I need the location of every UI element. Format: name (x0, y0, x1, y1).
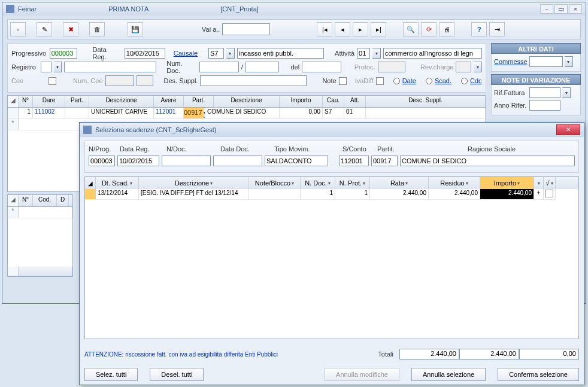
col-desc-d[interactable]: Descrizione (89, 96, 154, 107)
col-part-a[interactable]: Part. (184, 96, 214, 107)
edit-button[interactable]: ✎ (37, 22, 52, 36)
plus-button[interactable]: + (534, 189, 544, 200)
conferma-selezione-button[interactable]: Conferma selezione (498, 368, 579, 381)
col-descr[interactable]: Descrizione▾ (139, 177, 249, 189)
causale-link[interactable]: Causale (174, 50, 198, 57)
col-avere[interactable]: Avere (154, 96, 184, 107)
datadoc-label: Data Doc. (220, 145, 272, 153)
delete-button[interactable]: ✖ (63, 22, 78, 36)
header-form: Progressivo Data Reg. Causale ▾ Attività… (7, 43, 486, 93)
commesse-field[interactable] (529, 56, 563, 67)
dialog-close-button[interactable]: ✕ (556, 124, 580, 135)
datareg-field[interactable] (117, 156, 159, 166)
date-radio[interactable] (393, 78, 400, 84)
ragsoc-field[interactable] (400, 156, 575, 166)
col-nprot[interactable]: N. Prot.▾ (335, 177, 370, 189)
causale-dropdown[interactable]: ▾ (226, 48, 235, 59)
col-att[interactable]: Att. (344, 96, 366, 107)
exit-button[interactable]: ⇥ (489, 22, 505, 36)
col-residuo[interactable]: Residuo▾ (429, 177, 480, 189)
num-doc-field[interactable] (199, 62, 239, 72)
col-plus[interactable]: ▾ (534, 177, 544, 189)
vai-a-input[interactable] (222, 23, 270, 35)
rif-fattura-field[interactable] (529, 87, 560, 98)
cdc-radio[interactable] (461, 78, 468, 84)
sconto-label: S/Conto (343, 145, 375, 153)
des-suppl-field[interactable] (200, 75, 307, 86)
col-importo[interactable]: Importo (280, 96, 323, 107)
save-button[interactable]: 💾 (128, 22, 143, 36)
annulla-selezione-button[interactable]: Annulla selezione (411, 368, 486, 381)
sconto-field[interactable] (339, 156, 369, 166)
row-selector-header: ◢ (8, 96, 19, 107)
cee-checkbox[interactable] (49, 77, 56, 85)
selez-tutti-button[interactable]: Selez. tutti (84, 368, 138, 381)
rev-charge-dropdown[interactable]: ▾ (474, 62, 482, 72)
col-desc-suppl[interactable]: Desc. Suppl. (366, 96, 486, 107)
del-field[interactable] (302, 62, 341, 72)
causale-code-field[interactable] (208, 48, 224, 59)
rif-fattura-dropdown[interactable]: ▾ (562, 87, 571, 98)
part-a-cell[interactable]: 00917 (184, 108, 204, 118)
col-importo[interactable]: Importo▾ (480, 177, 534, 189)
ndoc-field[interactable] (162, 156, 211, 166)
minimize-button[interactable]: – (540, 4, 553, 14)
note-checkbox[interactable] (339, 77, 347, 85)
scadenza-row[interactable]: 13/12/2014 [ESIG. IVA DIFF.EP] FT del 13… (85, 189, 578, 200)
col2-d[interactable]: D (57, 195, 69, 206)
grid2-new-row[interactable]: * (8, 207, 72, 218)
trash-button[interactable]: 🗑 (89, 22, 105, 36)
scad-link[interactable]: Scad. (435, 77, 451, 84)
help-button[interactable]: ? (471, 22, 487, 36)
attivita-dropdown[interactable]: ▾ (372, 48, 381, 59)
data-reg-field[interactable] (125, 48, 165, 59)
causale-desc-field[interactable] (237, 48, 324, 59)
num-doc-suffix-field[interactable] (245, 62, 279, 72)
print-button[interactable]: 🖨 (439, 22, 454, 36)
dialog-icon (83, 126, 92, 134)
commesse-link[interactable]: Commesse (494, 58, 528, 65)
partit-field[interactable] (371, 156, 398, 166)
col-noteblocco[interactable]: Note/Blocco▾ (249, 177, 301, 189)
nav-last-button[interactable]: ▸| (371, 22, 386, 36)
col2-cod[interactable]: Cod. (33, 195, 57, 206)
col-rata[interactable]: Rata▾ (370, 177, 429, 189)
registro-desc-field[interactable] (64, 62, 156, 72)
attivita-code-field[interactable] (357, 48, 370, 59)
registro-code-field[interactable] (41, 62, 51, 72)
cdc-link[interactable]: Cdc (470, 77, 482, 84)
close-button[interactable]: × (569, 4, 582, 14)
col-dtscad[interactable]: Dt. Scad.▾ (96, 177, 139, 189)
datadoc-field[interactable] (213, 156, 262, 166)
registro-dropdown[interactable]: ▾ (54, 62, 62, 72)
scadenze-grid: ◢ Dt. Scad.▾ Descrizione▾ Note/Blocco▾ N… (84, 176, 579, 339)
col-dare[interactable]: Dare (33, 96, 65, 107)
col-part-d[interactable]: Part. (65, 96, 89, 107)
scad-radio[interactable] (426, 78, 432, 84)
col-cau[interactable]: Cau. (323, 96, 344, 107)
attivita-desc-field[interactable] (383, 48, 482, 59)
date-link[interactable]: Date (402, 77, 416, 84)
iva-diff-checkbox[interactable] (376, 77, 384, 85)
desel-tutti-button[interactable]: Desel. tutti (150, 368, 204, 381)
nav-prev-button[interactable]: ◂ (335, 22, 350, 36)
grid-row[interactable]: 1 111002 UNICREDIT CARIVE 112001 00917 ▾… (8, 108, 486, 119)
col-ndoc[interactable]: N. Doc.▾ (301, 177, 335, 189)
col-n[interactable]: N° (19, 96, 33, 107)
nprog-field[interactable] (89, 156, 115, 166)
refresh-button[interactable]: ⟳ (421, 22, 437, 36)
importo-editor[interactable]: 2.440,00 (480, 189, 534, 200)
nav-next-button[interactable]: ▸ (353, 22, 368, 36)
anno-rifer-field[interactable] (529, 100, 560, 111)
commesse-dropdown[interactable]: ▾ (565, 56, 573, 67)
col2-n[interactable]: N° (19, 195, 33, 206)
progressivo-field[interactable] (50, 48, 77, 59)
col-desc-a[interactable]: Descrizione (214, 96, 280, 107)
nav-first-button[interactable]: |◂ (317, 22, 332, 36)
new-button[interactable]: ▫ (10, 22, 26, 36)
app-icon (6, 5, 14, 13)
tipomov-field[interactable] (265, 156, 328, 166)
maximize-button[interactable]: ▭ (554, 4, 568, 14)
col-check[interactable]: √▾ (544, 177, 556, 189)
preview-button[interactable]: 🔍 (403, 22, 419, 36)
